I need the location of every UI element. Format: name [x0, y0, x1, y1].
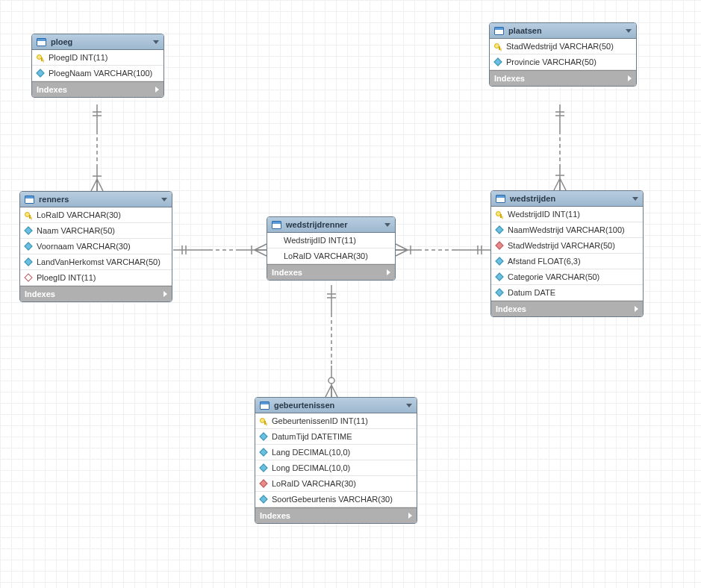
- column-label: SoortGebeurtenis VARCHAR(30): [272, 495, 393, 504]
- column-label: Datum DATE: [508, 288, 555, 297]
- column-row: Voornaam VARCHAR(30): [20, 239, 172, 254]
- expand-icon: [635, 306, 638, 312]
- column-label: Afstand FLOAT(6,3): [508, 257, 581, 266]
- column-label: DatumTijd DATETIME: [272, 432, 352, 441]
- entity-renners[interactable]: renners LoRaID VARCHAR(30) Naam VARCHAR(…: [19, 191, 172, 302]
- entity-title: renners: [39, 195, 157, 204]
- column-type-icon: [495, 225, 503, 234]
- collapse-icon[interactable]: [153, 40, 159, 44]
- collapse-icon[interactable]: [161, 198, 167, 201]
- primary-key-icon: [496, 210, 503, 218]
- expand-icon: [387, 269, 390, 275]
- column-row: Afstand FLOAT(6,3): [491, 254, 643, 269]
- entity-wedstrijdrenner[interactable]: wedstrijdrenner WedstrijdID INT(11) LoRa…: [267, 216, 396, 281]
- column-label: LandVanHerkomst VARCHAR(50): [37, 257, 161, 266]
- entity-title: gebeurtenissen: [274, 401, 402, 410]
- column-type-icon: [259, 463, 267, 472]
- column-type-icon: [24, 226, 32, 234]
- table-icon: [496, 195, 505, 203]
- expand-icon: [155, 87, 159, 93]
- column-label: Long DECIMAL(10,0): [272, 463, 350, 472]
- entity-header[interactable]: wedstrijden: [491, 191, 643, 207]
- column-label: WedstrijdID INT(11): [284, 236, 356, 245]
- collapse-icon[interactable]: [406, 404, 412, 407]
- entity-title: plaatsen: [508, 26, 621, 35]
- column-label: StadWedstrijd VARCHAR(50): [508, 241, 615, 250]
- column-label: PloegID INT(11): [37, 273, 96, 282]
- column-label: PloegID INT(11): [49, 53, 108, 62]
- indexes-section[interactable]: Indexes: [490, 70, 636, 86]
- entity-ploeg[interactable]: ploeg PloegID INT(11) PloegNaam VARCHAR(…: [31, 34, 164, 98]
- entity-header[interactable]: gebeurtenissen: [255, 398, 417, 413]
- table-icon: [37, 38, 46, 46]
- column-label: Naam VARCHAR(50): [37, 226, 115, 235]
- indexes-section[interactable]: Indexes: [255, 507, 417, 523]
- column-label: StadWedstrijd VARCHAR(50): [506, 42, 614, 51]
- column-type-icon: [259, 495, 267, 503]
- column-row: LoRaID VARCHAR(30): [255, 476, 417, 492]
- entity-title: wedstrijden: [510, 194, 628, 203]
- column-label: LoRaID VARCHAR(30): [37, 210, 121, 219]
- entity-wedstrijden[interactable]: wedstrijden WedstrijdID INT(11) NaamWeds…: [490, 190, 644, 317]
- column-row: PloegID INT(11): [20, 270, 172, 286]
- column-type-icon: [259, 432, 267, 440]
- expand-icon: [628, 75, 632, 81]
- entity-header[interactable]: ploeg: [32, 34, 163, 50]
- primary-key-icon: [37, 54, 44, 61]
- column-row: Categorie VARCHAR(50): [491, 269, 643, 285]
- column-row: Long DECIMAL(10,0): [255, 460, 417, 476]
- expand-icon: [163, 291, 167, 297]
- entity-gebeurtenissen[interactable]: gebeurtenissen GebeurtenissenID INT(11) …: [255, 397, 417, 524]
- column-type-icon: [495, 272, 503, 281]
- column-row: DatumTijd DATETIME: [255, 429, 417, 445]
- indexes-section[interactable]: Indexes: [32, 81, 163, 97]
- foreign-key-icon: [259, 479, 267, 487]
- collapse-icon[interactable]: [626, 29, 632, 33]
- foreign-key-icon: [24, 273, 32, 281]
- column-type-icon: [259, 448, 267, 456]
- column-row: Provincie VARCHAR(50): [490, 54, 636, 70]
- collapse-icon[interactable]: [384, 223, 390, 227]
- column-type-icon: [24, 242, 32, 250]
- column-row: LoRaID VARCHAR(30): [267, 248, 395, 264]
- table-icon: [260, 401, 270, 410]
- column-row: PloegNaam VARCHAR(100): [32, 66, 163, 81]
- column-row: LoRaID VARCHAR(30): [20, 207, 172, 223]
- column-type-icon: [495, 257, 503, 265]
- column-label: LoRaID VARCHAR(30): [272, 479, 356, 488]
- column-label: Lang DECIMAL(10,0): [272, 448, 350, 457]
- entity-header[interactable]: wedstrijdrenner: [267, 217, 395, 233]
- indexes-section[interactable]: Indexes: [267, 264, 395, 280]
- column-row: SoortGebeurtenis VARCHAR(30): [255, 492, 417, 507]
- column-label: WedstrijdID INT(11): [508, 210, 580, 219]
- column-row: WedstrijdID INT(11): [491, 207, 643, 222]
- entity-plaatsen[interactable]: plaatsen StadWedstrijd VARCHAR(50) Provi…: [489, 22, 637, 87]
- column-row: Lang DECIMAL(10,0): [255, 445, 417, 460]
- column-label: Categorie VARCHAR(50): [508, 272, 599, 281]
- entity-header[interactable]: renners: [20, 192, 172, 207]
- expand-icon: [408, 513, 412, 519]
- svg-point-29: [328, 378, 334, 384]
- column-row: StadWedstrijd VARCHAR(50): [491, 238, 643, 254]
- entity-header[interactable]: plaatsen: [490, 23, 636, 39]
- collapse-icon[interactable]: [632, 197, 638, 201]
- table-icon: [272, 221, 281, 229]
- column-type-icon: [24, 257, 32, 266]
- column-row: WedstrijdID INT(11): [267, 233, 395, 248]
- column-row: StadWedstrijd VARCHAR(50): [490, 39, 636, 54]
- column-label: Provincie VARCHAR(50): [506, 57, 596, 66]
- column-row: LandVanHerkomst VARCHAR(50): [20, 254, 172, 270]
- column-row: GebeurtenissenID INT(11): [255, 413, 417, 429]
- column-type-icon: [493, 57, 502, 66]
- indexes-section[interactable]: Indexes: [491, 301, 643, 316]
- indexes-section[interactable]: Indexes: [20, 286, 172, 301]
- column-label: Voornaam VARCHAR(30): [37, 242, 131, 251]
- primary-key-icon: [25, 211, 32, 219]
- entity-title: wedstrijdrenner: [286, 220, 380, 229]
- column-row: NaamWedstrijd VARCHAR(100): [491, 222, 643, 238]
- column-row: Naam VARCHAR(50): [20, 223, 172, 239]
- table-icon: [25, 196, 34, 204]
- column-label: PloegNaam VARCHAR(100): [49, 69, 152, 78]
- column-row: PloegID INT(11): [32, 50, 163, 66]
- column-label: NaamWedstrijd VARCHAR(100): [508, 225, 625, 234]
